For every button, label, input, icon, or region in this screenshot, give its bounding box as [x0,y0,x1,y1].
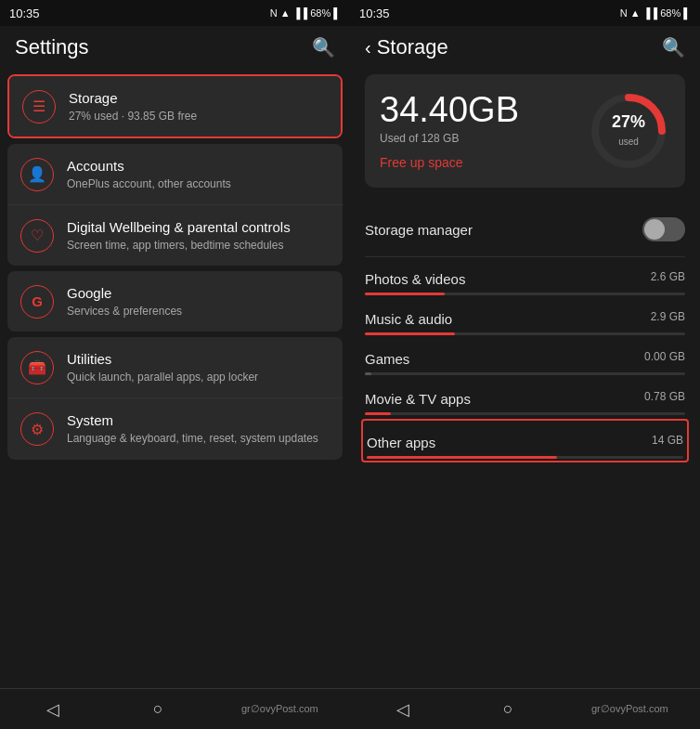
movies-row[interactable]: Movie & TV apps 0.78 GB [365,377,685,415]
other-apps-highlighted-wrapper[interactable]: Other apps 14 GB [361,419,689,462]
utilities-group: 🧰 Utilities Quick launch, parallel apps,… [7,337,343,459]
utilities-icon: 🧰 [20,351,54,384]
other-apps-bar [367,456,683,459]
photos-bar [365,293,685,295]
other-apps-row[interactable]: Other apps 14 GB [367,421,683,459]
left-nav-bar: ◁ ○ gr∅ovyPost.com [0,688,350,729]
storage-content: 34.40GB Used of 128 GB Free up space 27%… [350,67,700,688]
photos-size: 2.6 GB [651,270,685,283]
home-button[interactable]: ○ [138,694,178,724]
watermark: gr∅ovyPost.com [241,703,318,715]
utilities-title: Utilities [67,350,330,369]
nfc-icon: N [270,7,278,19]
music-label: Music & audio [365,311,452,327]
left-phone-panel: 10:35 N ▲ ▐▐ 68% ▌ Settings 🔍 ☰ Storage … [0,0,350,729]
storage-manager-row: Storage manager [365,202,685,257]
accounts-subtitle: OnePlus account, other accounts [67,177,330,192]
settings-item-utilities[interactable]: 🧰 Utilities Quick launch, parallel apps,… [7,337,343,398]
google-icon: G [20,285,54,319]
storage-back-button[interactable]: ‹ [365,37,371,59]
right-status-icons: N ▲ ▐▐ 68% ▌ [620,7,691,19]
utilities-subtitle: Quick launch, parallel apps, app locker [67,371,330,385]
movies-label: Movie & TV apps [365,391,471,407]
right-status-bar: 10:35 N ▲ ▐▐ 68% ▌ [350,0,700,26]
google-group: G Google Services & preferences [7,271,343,332]
storage-page-title: Storage [377,35,448,59]
donut-percent: 27% [612,113,645,132]
settings-item-google[interactable]: G Google Services & preferences [7,271,343,332]
settings-title: Settings [15,35,89,59]
other-apps-label: Other apps [367,435,435,450]
right-nav-bar: ◁ ○ gr∅ovyPost.com [350,688,700,729]
r-home-button[interactable]: ○ [488,694,528,724]
back-button[interactable]: ◁ [32,694,74,725]
games-bar [365,372,685,375]
left-status-icons: N ▲ ▐▐ 68% ▌ [270,7,341,19]
right-status-time: 10:35 [359,7,390,20]
r-signal-icon: ▐▐ [643,7,658,19]
right-phone-panel: 10:35 N ▲ ▐▐ 68% ▌ ‹ Storage 🔍 34.40GB U… [350,0,700,729]
donut-label: used [618,137,639,147]
system-title: System [67,411,330,430]
settings-item-storage[interactable]: ☰ Storage 27% used · 93.85 GB free [9,76,341,137]
storage-manager-toggle[interactable] [642,217,685,241]
games-size: 0.00 GB [644,350,685,363]
google-title: Google [67,284,330,303]
music-size: 2.9 GB [651,310,685,323]
settings-list: ☰ Storage 27% used · 93.85 GB free 👤 Acc… [0,67,350,688]
search-button[interactable]: 🔍 [312,36,335,59]
accounts-icon: 👤 [20,158,54,191]
storage-of-label: Used of 128 GB [380,132,587,145]
r-battery-icon: ▌ [683,7,691,19]
left-status-bar: 10:35 N ▲ ▐▐ 68% ▌ [0,0,350,26]
google-subtitle: Services & preferences [67,305,330,319]
wellbeing-subtitle: Screen time, app timers, bedtime schedul… [67,239,330,254]
system-subtitle: Language & keyboard, time, reset, system… [67,432,330,447]
movies-bar [365,412,685,415]
r-watermark: gr∅ovyPost.com [591,703,668,715]
storage-summary-card: 34.40GB Used of 128 GB Free up space 27%… [365,74,685,188]
movies-size: 0.78 GB [644,390,685,403]
storage-gb-value: 34.40GB [380,91,587,130]
settings-item-wellbeing[interactable]: ♡ Digital Wellbeing & parental controls … [7,205,343,266]
toggle-knob [644,219,665,240]
battery-text: 68% [310,7,331,19]
storage-donut-chart: 27% used [587,89,670,173]
other-apps-size: 14 GB [652,434,683,447]
r-nfc-icon: N [620,7,628,19]
storage-group[interactable]: ☰ Storage 27% used · 93.85 GB free [7,74,343,138]
storage-manager-label: Storage manager [365,222,473,238]
r-battery-text: 68% [660,7,681,19]
system-icon: ⚙ [20,412,54,446]
games-label: Games [365,351,409,367]
accounts-title: Accounts [67,157,330,176]
storage-title: Storage [69,89,328,108]
photos-label: Photos & videos [365,271,465,287]
storage-search-button[interactable]: 🔍 [662,36,685,59]
wifi-icon: ▲ [280,7,291,19]
left-status-time: 10:35 [9,7,40,20]
settings-item-accounts[interactable]: 👤 Accounts OnePlus account, other accoun… [7,144,343,205]
storage-subtitle: 27% used · 93.85 GB free [69,110,328,124]
music-audio-row[interactable]: Music & audio 2.9 GB [365,297,685,335]
wellbeing-icon: ♡ [20,219,54,253]
free-up-button[interactable]: Free up space [380,155,463,170]
storage-top-bar: ‹ Storage 🔍 [350,26,700,67]
settings-item-system[interactable]: ⚙ System Language & keyboard, time, rese… [7,398,343,459]
games-row[interactable]: Games 0.00 GB [365,337,685,375]
left-top-bar: Settings 🔍 [0,26,350,67]
photos-videos-row[interactable]: Photos & videos 2.6 GB [365,257,685,295]
storage-icon: ☰ [22,90,56,124]
accounts-group: 👤 Accounts OnePlus account, other accoun… [7,144,343,266]
signal-icon: ▐▐ [293,7,308,19]
battery-icon: ▌ [333,7,341,19]
r-wifi-icon: ▲ [630,7,641,19]
music-bar [365,332,685,335]
r-back-button[interactable]: ◁ [382,694,424,725]
wellbeing-title: Digital Wellbeing & parental controls [67,218,330,237]
